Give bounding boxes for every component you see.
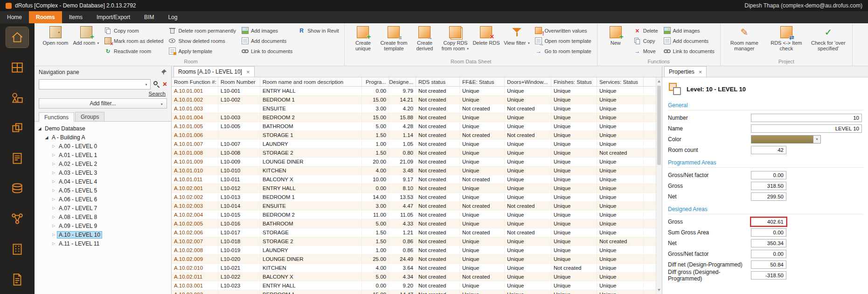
column-header-room-function[interactable]: Room Function #: bbox=[172, 77, 218, 86]
close-icon[interactable]: × bbox=[699, 69, 702, 75]
sidebar-icon-data-sheets[interactable] bbox=[6, 148, 28, 169]
check-for-over-specified-button[interactable]: Check for 'over specified' bbox=[808, 24, 848, 56]
menu-tab-bim[interactable]: BIM bbox=[137, 11, 161, 23]
delete-rds-button[interactable]: Delete RDS bbox=[472, 24, 500, 56]
table-row[interactable]: A.10.02.009L10-020LOUNGE DINER25.0024.49… bbox=[172, 255, 662, 264]
reactivate-room-button[interactable]: Reactivate room bbox=[103, 47, 165, 55]
column-header-progra[interactable]: Progra... bbox=[362, 77, 389, 86]
tree-item-a-06-level-6[interactable]: ▷A.06 - LEVEL 6 bbox=[35, 195, 171, 204]
table-row[interactable]: A.10.02.006L10-017STORAGE1.501.21Not cre… bbox=[172, 228, 662, 237]
rooms-tab[interactable]: Rooms [A.10 - LEVEL 10] × bbox=[174, 66, 255, 77]
sidebar-icon-home[interactable] bbox=[6, 27, 28, 48]
tree-item-a-08-level-8[interactable]: ▷A.08 - LEVEL 8 bbox=[35, 212, 171, 221]
create-from-template-button[interactable]: Create from template bbox=[379, 24, 408, 56]
sidebar-icon-workflow[interactable] bbox=[6, 209, 28, 229]
tree-item-a-building-a[interactable]: ◢A - Building A bbox=[35, 133, 171, 142]
create-unique-button[interactable]: Create unique bbox=[348, 24, 377, 56]
apply-template-button[interactable]: Apply template bbox=[167, 47, 238, 55]
menu-tab-items[interactable]: Items bbox=[62, 11, 90, 23]
expander-collapsed-icon[interactable]: ▷ bbox=[50, 224, 57, 228]
property-field-name[interactable]: LEVEL 10 bbox=[751, 124, 862, 133]
table-row[interactable]: A.10.01.010L10-010KITCHEN4.003.48Not cre… bbox=[172, 166, 662, 175]
table-row[interactable]: A.10.01.006STORAGE 11.501.14Not createdN… bbox=[172, 131, 662, 140]
add-documents-button[interactable]: Add documents bbox=[662, 36, 716, 45]
expander-collapsed-icon[interactable]: ▷ bbox=[50, 188, 57, 192]
delete-room-permanently-button[interactable]: Delete room permanently bbox=[167, 26, 238, 35]
table-row[interactable]: A.10.02.010L10-021KITCHEN4.003.64Not cre… bbox=[172, 264, 662, 273]
sidebar-icon-models[interactable] bbox=[6, 118, 28, 138]
scroll-down-icon[interactable] bbox=[658, 289, 660, 291]
table-row[interactable]: A.10.02.011L10-022BALCONY X5.004.34Not c… bbox=[172, 273, 662, 281]
view-filter-button[interactable]: View filter ▼ bbox=[502, 24, 531, 56]
show-deleted-rooms-button[interactable]: Show deleted rooms bbox=[167, 36, 238, 45]
copy-rds-from-room-button[interactable]: Copy RDS from room ▼ bbox=[441, 24, 470, 56]
property-field-gross-net-factor[interactable]: 0.00 bbox=[751, 250, 786, 258]
column-header-room-name-and-room-description[interactable]: Room name and room description bbox=[260, 77, 362, 86]
property-field-diff-net-design-programmed[interactable]: 50.84 bbox=[751, 260, 786, 269]
table-row[interactable]: A.10.02.001L10-012ENTRY HALL0.008.10Not … bbox=[172, 184, 662, 193]
column-header-finishes-status[interactable]: Finishes: Status bbox=[551, 77, 597, 86]
expander-collapsed-icon[interactable]: ▷ bbox=[50, 179, 57, 184]
property-field-net[interactable]: 350.34 bbox=[751, 239, 786, 247]
menu-tab-rooms[interactable]: Rooms bbox=[29, 11, 62, 23]
table-row[interactable]: A.10.02.003L10-014ENSUITE3.004.47Not cre… bbox=[172, 202, 662, 211]
property-field-sum-gross-area[interactable]: 0.00 bbox=[751, 228, 786, 237]
tree-item-a-03-level-3[interactable]: ▷A.03 - LEVEL 3 bbox=[35, 168, 171, 177]
tree-item-a-07-level-7[interactable]: ▷A.07 - LEVEL 7 bbox=[35, 204, 171, 212]
add-images-button[interactable]: Add images bbox=[662, 26, 716, 35]
rds-item-check-button[interactable]: RDS <-> Item check bbox=[766, 24, 806, 56]
menu-tab-home[interactable]: Home bbox=[0, 11, 29, 23]
show-in-revit-button[interactable]: Show in Revit bbox=[296, 26, 340, 35]
table-row[interactable]: A.10.03.002BEDROOM 115.0014.47Not create… bbox=[172, 290, 662, 294]
add-images-button[interactable]: Add images bbox=[240, 26, 294, 35]
color-picker[interactable]: ▼ bbox=[751, 135, 821, 144]
mark-room-as-deleted-button[interactable]: Mark room as deleted bbox=[103, 36, 165, 45]
property-field-net[interactable]: 299.50 bbox=[751, 192, 786, 201]
table-scrollbar[interactable] bbox=[656, 77, 662, 294]
nav-tab-functions[interactable]: Functions bbox=[39, 112, 74, 122]
tree-item-a-04-level-4[interactable]: ▷A.04 - LEVEL 4 bbox=[35, 177, 171, 186]
create-derived-button[interactable]: Create derived bbox=[410, 24, 439, 56]
expander-collapsed-icon[interactable]: ▷ bbox=[50, 153, 57, 157]
tree-item-a-11-level-11[interactable]: ▷A.11 - LEVEL 11 bbox=[35, 239, 171, 248]
property-field-gross[interactable]: 402.61 bbox=[751, 218, 786, 226]
table-row[interactable]: A.10.01.003ENSUITE3.004.20Not createdNot… bbox=[172, 104, 662, 113]
copy-button[interactable]: Copy bbox=[632, 36, 660, 45]
link-to-documents-button[interactable]: Link to documents bbox=[240, 47, 294, 55]
search-link[interactable]: Search bbox=[149, 91, 166, 96]
table-row[interactable]: A.10.01.011L10-011BALCONY X10.009.17Not … bbox=[172, 175, 662, 184]
go-to-room-template-button[interactable]: Go to room template bbox=[533, 47, 593, 55]
table-row[interactable]: A.10.02.004L10-015BEDROOM 211.0011.05Not… bbox=[172, 211, 662, 219]
tree-item-a-05-level-5[interactable]: ▷A.05 - LEVEL 5 bbox=[35, 186, 171, 195]
table-row[interactable]: A.10.01.004L10-003BEDROOM 215.0015.88Not… bbox=[172, 113, 662, 122]
expander-collapsed-icon[interactable]: ▷ bbox=[50, 162, 57, 166]
open-room-button[interactable]: Open room bbox=[41, 24, 70, 56]
expander-collapsed-icon[interactable]: ▷ bbox=[50, 144, 57, 148]
expander-expanded-icon[interactable]: ◢ bbox=[36, 126, 43, 131]
table-row[interactable]: A.10.01.001L10-001ENTRY HALL0.009.79Not … bbox=[172, 87, 662, 96]
menu-tab-import-export[interactable]: Import/Export bbox=[90, 11, 137, 23]
property-field-number[interactable]: 10 bbox=[751, 114, 862, 122]
expander-collapsed-icon[interactable]: ▷ bbox=[50, 197, 57, 201]
column-header-doors-window[interactable]: Doors+Window... bbox=[505, 77, 551, 86]
expander-collapsed-icon[interactable]: ▷ bbox=[50, 232, 57, 237]
move-button[interactable]: Move bbox=[632, 47, 660, 55]
table-row[interactable]: A.10.01.007L10-007LAUNDRY1.001.05Not cre… bbox=[172, 140, 662, 149]
new-button[interactable]: New bbox=[601, 24, 630, 56]
column-header-rds-status[interactable]: RDS status bbox=[416, 77, 460, 86]
table-row[interactable]: A.10.02.008L10-019LAUNDRY1.000.86Not cre… bbox=[172, 246, 662, 255]
property-field-diff-gross-designed-programmed[interactable]: -318.50 bbox=[751, 271, 786, 280]
overwritten-values-button[interactable]: Overwritten values bbox=[533, 26, 593, 35]
add-documents-button[interactable]: Add documents bbox=[240, 36, 294, 45]
close-icon[interactable]: × bbox=[246, 69, 250, 75]
expander-collapsed-icon[interactable]: ▷ bbox=[50, 215, 57, 219]
chevron-down-icon[interactable]: ▼ bbox=[813, 136, 820, 143]
expander-collapsed-icon[interactable]: ▷ bbox=[50, 241, 57, 246]
chevron-down-icon[interactable]: ▼ bbox=[145, 83, 147, 86]
pin-icon[interactable] bbox=[161, 69, 167, 75]
sidebar-icon-rooms[interactable] bbox=[6, 57, 28, 78]
table-row[interactable]: A.10.02.005L10-016BATHROOM5.004.33Not cr… bbox=[172, 219, 662, 228]
sidebar-icon-items[interactable] bbox=[6, 88, 28, 108]
tree-item-demo-database[interactable]: ◢Demo Database bbox=[35, 124, 171, 133]
search-icon[interactable] bbox=[153, 81, 160, 88]
